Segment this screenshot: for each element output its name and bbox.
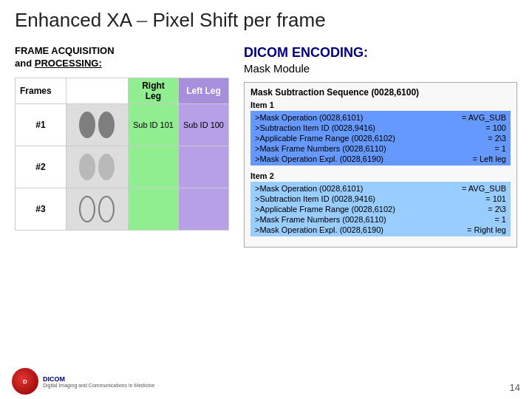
item-row: >Applicable Frame Range (0028,6102) = 2\… (253, 133, 508, 143)
item-row-key: >Subtraction Item ID (0028,9416) (255, 123, 481, 132)
item-row: >Mask Frame Numbers (0028,6110) = 1 (253, 143, 508, 154)
mask-module-label: Mask Module (244, 62, 517, 75)
col-frames: Frames (16, 78, 66, 103)
item-row-key: >Subtraction Item ID (0028,9416) (255, 194, 481, 203)
left-leg-value (178, 188, 228, 230)
left-panel: FRAME ACQUISITION and PROCESSING: Frames… (15, 45, 229, 248)
item1-label: Item 1 (250, 100, 511, 109)
frame-image (66, 146, 128, 188)
dicom-logo-circle: D (12, 368, 38, 395)
col-right-leg: Right Leg (128, 78, 178, 103)
item2-label: Item 2 (250, 171, 511, 180)
item-row-key: >Mask Operation Expl. (0028,6190) (255, 154, 468, 163)
main-content: FRAME ACQUISITION and PROCESSING: Frames… (0, 38, 532, 255)
col-left-leg: Left Leg (178, 78, 228, 103)
left-leg-value: Sub ID 100 (178, 103, 228, 146)
item-row-key: >Mask Operation (0028,6101) (255, 184, 457, 193)
left-leg-value (178, 146, 228, 188)
dicom-encoding-title: DICOM ENCODING: (244, 45, 517, 61)
frame-label: #1 (16, 103, 66, 146)
dicom-logo-sub: Digital Imaging and Communications in Me… (43, 383, 154, 388)
item-row: >Mask Operation (0028,6101) = AVG_SUB (253, 112, 508, 123)
frames-table: Frames Right Leg Left Leg #1 Sub ID 101 … (15, 78, 229, 231)
item-row: >Applicable Frame Range (0028,6102) = 2\… (253, 204, 508, 214)
item-row-val: = 100 (485, 123, 506, 132)
item-row-val: = AVG_SUB (462, 184, 506, 193)
table-row: #1 Sub ID 101 Sub ID 100 (16, 103, 229, 146)
item-row: >Mask Operation Expl. (0028,6190) = Righ… (253, 225, 508, 235)
item-row-val: = AVG_SUB (462, 113, 506, 122)
page-number: 14 (510, 382, 520, 393)
dicom-logo-text: DICOM (43, 375, 154, 383)
dicom-logo: D DICOM Digital Imaging and Communicatio… (12, 368, 154, 395)
right-leg-value: Sub ID 101 (128, 103, 178, 146)
item1-rows: >Mask Operation (0028,6101) = AVG_SUB >S… (250, 111, 511, 166)
frame-label: #3 (16, 188, 66, 230)
right-leg-value (128, 188, 178, 230)
item-row-key: >Mask Frame Numbers (0028,6110) (255, 215, 490, 224)
item1-section: Item 1 >Mask Operation (0028,6101) = AVG… (250, 100, 511, 166)
frame-acq-heading: FRAME ACQUISITION and PROCESSING: (15, 45, 229, 70)
item-row: >Subtraction Item ID (0028,9416) = 101 (253, 194, 508, 204)
item-row-key: >Mask Frame Numbers (0028,6110) (255, 144, 490, 153)
mask-seq-box: Mask Subtraction Sequence (0028,6100) It… (244, 82, 517, 248)
table-row: #3 (16, 188, 229, 230)
item-row-val: = 101 (485, 194, 506, 203)
frame-image (66, 103, 128, 146)
item-row-key: >Applicable Frame Range (0028,6102) (255, 205, 483, 214)
item-row-val: = 1 (494, 215, 506, 224)
item-row: >Subtraction Item ID (0028,9416) = 100 (253, 123, 508, 133)
right-panel: DICOM ENCODING: Mask Module Mask Subtrac… (244, 45, 517, 248)
item-row-key: >Mask Operation Expl. (0028,6190) (255, 225, 463, 234)
page-title: Enhanced XA – Pixel Shift per frame (0, 0, 532, 38)
item-row: >Mask Operation (0028,6101) = AVG_SUB (253, 183, 508, 194)
item-row-val: = 2\3 (488, 134, 506, 143)
item-row: >Mask Frame Numbers (0028,6110) = 1 (253, 214, 508, 225)
item-row-key: >Mask Operation (0028,6101) (255, 113, 457, 122)
table-row: #2 (16, 146, 229, 188)
item-row-val: = Right leg (467, 225, 506, 234)
item2-section: Item 2 >Mask Operation (0028,6101) = AVG… (250, 171, 511, 236)
mask-seq-title: Mask Subtraction Sequence (0028,6100) (250, 87, 511, 98)
item-row-key: >Applicable Frame Range (0028,6102) (255, 134, 483, 143)
item-row-val: = 1 (494, 144, 506, 153)
item-row: >Mask Operation Expl. (0028,6190) = Left… (253, 154, 508, 164)
frame-label: #2 (16, 146, 66, 188)
item2-rows: >Mask Operation (0028,6101) = AVG_SUB >S… (250, 182, 511, 236)
right-leg-value (128, 146, 178, 188)
item-row-val: = 2\3 (488, 205, 506, 214)
item-row-val: = Left leg (472, 154, 506, 163)
frame-image (66, 188, 128, 230)
